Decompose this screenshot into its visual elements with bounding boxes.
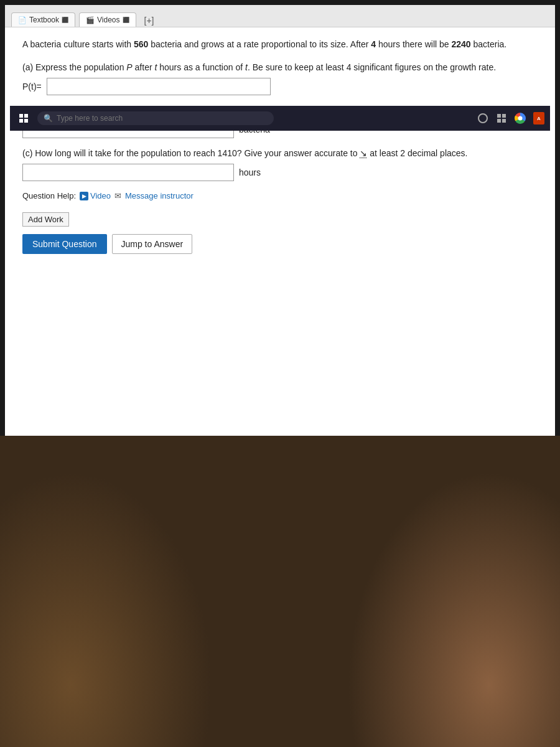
submit-question-button[interactable]: Submit Question xyxy=(22,234,107,254)
part-a-block: (a) Express the population P after t hou… xyxy=(22,61,538,95)
external-link-icon: ⬛ xyxy=(62,17,68,23)
windows-icon xyxy=(19,114,28,123)
cortana-icon xyxy=(478,113,488,123)
taskbar-search-bar[interactable]: 🔍 xyxy=(37,111,274,125)
monitor-frame: 📄 Textbook ⬛ 🎬 Videos ⬛ [+] A bacteria c… xyxy=(0,0,560,436)
desk-area xyxy=(0,436,560,747)
video-help-link[interactable]: ▶ Video xyxy=(80,190,111,202)
message-instructor-link[interactable]: Message instructor xyxy=(125,190,194,202)
part-c-label: (c) How long will it take for the popula… xyxy=(22,147,538,160)
mail-icon: ✉ xyxy=(114,190,121,202)
message-instructor-label: Message instructor xyxy=(125,190,194,202)
part-c-answer-row: hours xyxy=(22,164,538,181)
action-row: Submit Question Jump to Answer xyxy=(22,234,538,254)
pdf-reader-icon: A xyxy=(533,112,544,125)
help-row: Question Help: ▶ Video ✉ Message instruc… xyxy=(22,190,538,202)
part-a-input[interactable] xyxy=(47,78,271,95)
chrome-browser-icon xyxy=(515,113,526,124)
chrome-taskbar-icon[interactable] xyxy=(514,112,526,125)
search-magnifier-icon: 🔍 xyxy=(44,114,53,123)
page-content: A bacteria culture starts with 560 bacte… xyxy=(5,27,555,264)
textbook-icon: 📄 xyxy=(18,16,27,24)
part-a-answer-row: P(t)= xyxy=(22,78,538,95)
problem-description: A bacteria culture starts with 560 bacte… xyxy=(22,37,538,51)
hand-left xyxy=(0,436,236,747)
tab-textbook[interactable]: 📄 Textbook ⬛ xyxy=(11,12,75,27)
part-a-label: (a) Express the population P after t hou… xyxy=(22,61,538,74)
video-help-label: Video xyxy=(90,190,111,202)
video-icon: 🎬 xyxy=(86,16,95,24)
add-work-container: Add Work xyxy=(22,207,538,227)
screen: 📄 Textbook ⬛ 🎬 Videos ⬛ [+] A bacteria c… xyxy=(5,5,555,436)
video-help-icon: ▶ xyxy=(80,192,88,200)
part-c-input[interactable] xyxy=(22,164,234,181)
grid-taskbar-icon[interactable] xyxy=(495,112,508,125)
pdf-taskbar-icon[interactable]: A xyxy=(533,112,545,125)
start-button[interactable] xyxy=(15,110,32,127)
help-label: Question Help: xyxy=(22,190,76,202)
external-link-icon2: ⬛ xyxy=(123,17,129,23)
taskbar-search-input[interactable] xyxy=(57,114,268,123)
circle-taskbar-icon[interactable] xyxy=(477,112,489,125)
part-c-block: (c) How long will it take for the popula… xyxy=(22,147,538,181)
jump-to-answer-button[interactable]: Jump to Answer xyxy=(112,234,193,254)
add-work-button[interactable]: Add Work xyxy=(22,212,69,227)
hand-right xyxy=(324,436,560,747)
new-tab-button[interactable]: [+] xyxy=(140,14,159,27)
taskbar-right-icons: A xyxy=(477,112,545,125)
part-a-prefix: P(t)= xyxy=(22,80,42,93)
tab-videos-label: Videos xyxy=(97,16,119,24)
task-view-icon xyxy=(497,114,506,123)
tab-textbook-label: Textbook xyxy=(29,16,59,24)
browser-tabs: 📄 Textbook ⬛ 🎬 Videos ⬛ [+] xyxy=(5,5,555,27)
tab-videos[interactable]: 🎬 Videos ⬛ xyxy=(79,12,136,27)
taskbar: 🔍 A xyxy=(10,106,550,131)
part-c-unit: hours xyxy=(239,166,261,179)
